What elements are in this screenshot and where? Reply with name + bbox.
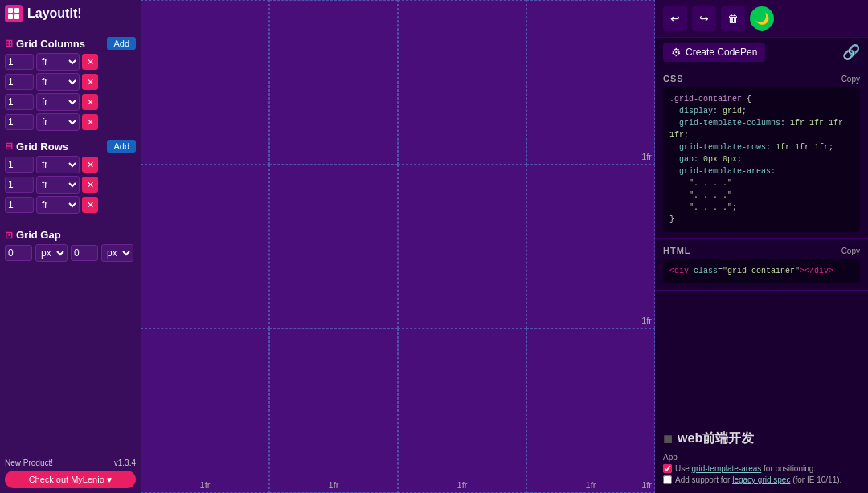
- column-row-2: fr px % em auto ✕: [5, 93, 136, 111]
- watermark: ■ web前端开发: [663, 430, 860, 448]
- gap-icon: ⊡: [5, 230, 13, 241]
- gap-section-header: ⊡ Grid Gap: [5, 229, 136, 241]
- footer-legacy-text: Add support for legacy grid spec (for IE…: [675, 475, 841, 484]
- right-panel: ↩ ↪ 🗑 🌙 ⚙ Create CodePen 🔗 CSS Copy .gri…: [655, 0, 868, 493]
- svg-rect-3: [14, 14, 19, 19]
- row-row-2: fr px % em auto ✕: [5, 196, 136, 214]
- checkout-button[interactable]: Check out MyLenio ♥: [5, 471, 136, 488]
- html-block-header: HTML Copy: [663, 246, 860, 255]
- grid-cell: [526, 328, 655, 493]
- legacy-grid-link[interactable]: legacy grid spec: [732, 475, 790, 484]
- footer-legacy-row: Add support for legacy grid spec (for IE…: [663, 475, 860, 484]
- grid-cell: [269, 165, 398, 329]
- create-codepen-button[interactable]: ⚙ Create CodePen: [663, 43, 765, 62]
- css-code: .grid-container { display: grid; grid-te…: [663, 87, 860, 232]
- column-value-3[interactable]: [5, 114, 34, 130]
- delete-column-1[interactable]: ✕: [82, 74, 98, 90]
- add-row-button[interactable]: Add: [107, 140, 136, 153]
- rows-list: fr px % em auto ✕ fr px % em auto ✕ fr p…: [5, 156, 136, 216]
- column-value-1[interactable]: [5, 74, 34, 90]
- grid-template-link[interactable]: grid-template-areas: [692, 464, 762, 473]
- gap-section: ⊡ Grid Gap px fr % em px fr % em: [5, 222, 136, 262]
- main-grid-area: 1fr 1fr 1fr 1fr 1fr 1fr 1fr: [141, 0, 655, 493]
- delete-column-3[interactable]: ✕: [82, 114, 98, 130]
- columns-section-label: ⊞ Grid Columns: [5, 38, 85, 50]
- row-unit-0[interactable]: fr px % em auto: [36, 156, 80, 173]
- rows-section-header: ⊟ Grid Rows Add: [5, 140, 136, 153]
- app-icon: [5, 5, 23, 22]
- col-label-4: 1fr: [526, 480, 655, 490]
- rows-icon: ⊟: [5, 141, 13, 152]
- app-title: Layoutit!: [5, 5, 136, 22]
- grid-cell: [269, 328, 398, 493]
- legacy-grid-checkbox[interactable]: [663, 475, 672, 484]
- add-column-button[interactable]: Add: [107, 37, 136, 50]
- gap-section-label: ⊡ Grid Gap: [5, 229, 61, 241]
- redo-button[interactable]: ↪: [692, 6, 716, 31]
- grid-cell: [526, 0, 655, 165]
- toolbar: ↩ ↪ 🗑 🌙: [655, 0, 868, 38]
- row-row-0: fr px % em auto ✕: [5, 156, 136, 173]
- col-label-1: 1fr: [141, 480, 269, 490]
- grid-cell: [141, 0, 269, 165]
- row-label-1: 1fr: [641, 0, 652, 165]
- row-unit-2[interactable]: fr px % em auto: [36, 196, 80, 214]
- column-unit-0[interactable]: fr px % em auto: [36, 53, 80, 71]
- gap-row-input[interactable]: [71, 245, 98, 261]
- grid-template-checkbox[interactable]: [663, 464, 672, 473]
- column-row-3: fr px % em auto ✕: [5, 113, 136, 131]
- new-product-label: New Product!: [5, 458, 53, 467]
- new-product-row: New Product! v1.3.4: [5, 458, 136, 467]
- gap-col-input[interactable]: [5, 245, 32, 261]
- footer-grid-template-text: Use grid-template-areas for positioning.: [675, 464, 816, 473]
- css-label: CSS: [663, 74, 684, 84]
- svg-rect-1: [14, 8, 19, 13]
- footer-area: ■ web前端开发 App Use grid-template-areas fo…: [655, 423, 868, 493]
- delete-row-2[interactable]: ✕: [82, 197, 98, 213]
- column-value-2[interactable]: [5, 94, 34, 110]
- svg-rect-0: [8, 8, 13, 13]
- column-unit-3[interactable]: fr px % em auto: [36, 113, 80, 131]
- css-block-header: CSS Copy: [663, 74, 860, 84]
- grid-cell: [141, 328, 269, 493]
- trash-button[interactable]: 🗑: [721, 6, 745, 31]
- footer-app-text: App: [663, 453, 678, 462]
- delete-row-1[interactable]: ✕: [82, 177, 98, 193]
- row-label-2: 1fr: [641, 165, 652, 329]
- row-labels: 1fr 1fr 1fr: [641, 0, 652, 493]
- row-value-2[interactable]: [5, 197, 34, 213]
- link-button[interactable]: 🔗: [842, 43, 860, 61]
- sidebar-footer: New Product! v1.3.4 Check out MyLenio ♥: [5, 450, 136, 488]
- column-row-1: fr px % em auto ✕: [5, 73, 136, 91]
- html-label: HTML: [663, 246, 691, 255]
- column-unit-1[interactable]: fr px % em auto: [36, 73, 80, 91]
- grid-canvas[interactable]: 1fr 1fr 1fr 1fr 1fr 1fr 1fr: [141, 0, 655, 493]
- row-unit-1[interactable]: fr px % em auto: [36, 176, 80, 194]
- column-value-0[interactable]: [5, 54, 34, 70]
- gap-row-unit-select[interactable]: px fr % em: [101, 244, 133, 262]
- sidebar: Layoutit! ⊞ Grid Columns Add fr px % em …: [0, 0, 141, 493]
- grid-cell: [141, 165, 269, 329]
- theme-toggle-button[interactable]: 🌙: [750, 6, 774, 31]
- watermark-icon: ■: [663, 430, 673, 448]
- grid-cell: [526, 165, 655, 329]
- css-copy-button[interactable]: Copy: [841, 75, 860, 84]
- undo-button[interactable]: ↩: [663, 6, 687, 31]
- footer-app-row: App: [663, 453, 860, 462]
- html-copy-button[interactable]: Copy: [841, 246, 860, 255]
- app-title-text: Layoutit!: [27, 6, 82, 21]
- delete-column-0[interactable]: ✕: [82, 54, 98, 70]
- gap-inputs: px fr % em px fr % em: [5, 244, 136, 262]
- row-value-0[interactable]: [5, 157, 34, 173]
- columns-icon: ⊞: [5, 38, 13, 49]
- codepen-icon: ⚙: [671, 46, 682, 59]
- grid-cell: [269, 0, 398, 165]
- footer-grid-template-row: Use grid-template-areas for positioning.: [663, 464, 860, 473]
- row-value-1[interactable]: [5, 177, 34, 193]
- column-unit-2[interactable]: fr px % em auto: [36, 93, 80, 111]
- delete-row-0[interactable]: ✕: [82, 157, 98, 173]
- col-labels: 1fr 1fr 1fr 1fr: [141, 480, 655, 490]
- version-label: v1.3.4: [114, 458, 136, 467]
- delete-column-2[interactable]: ✕: [82, 94, 98, 110]
- gap-col-unit-select[interactable]: px fr % em: [35, 244, 68, 262]
